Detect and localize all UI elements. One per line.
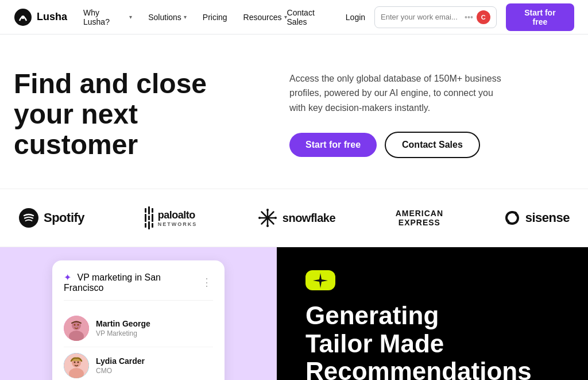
- snowflake-logo: snowflake: [257, 208, 335, 228]
- bottom-section: ✦ VP marketing in San Francisco ⋮: [0, 247, 588, 380]
- email-input-wrap: ••• C: [374, 6, 497, 28]
- svg-point-7: [266, 209, 269, 211]
- hero-left: Find and close your next customer: [14, 69, 255, 160]
- lusha-logo-icon: [14, 8, 32, 26]
- svg-point-14: [74, 324, 76, 325]
- sisense-icon: [504, 209, 521, 227]
- spotify-text: Spotify: [44, 210, 84, 225]
- menu-dots-icon: ⋮: [202, 276, 213, 289]
- sisense-logo: sisense: [504, 209, 570, 227]
- avatar-lydia: [64, 353, 89, 378]
- martin-title: VP Marketing: [96, 329, 150, 337]
- hero-title: Find and close your next customer: [14, 69, 255, 160]
- paloalto-text: paloalto: [158, 209, 195, 221]
- amex-text: AMERICANEXPRESS: [396, 209, 443, 228]
- person-row-lydia[interactable]: Lydia Carder CMO: [64, 347, 213, 380]
- bottom-right-panel: Generating Tailor Made Recommendations: [277, 247, 588, 380]
- bottom-left-panel: ✦ VP marketing in San Francisco ⋮: [0, 247, 277, 380]
- spotify-logo: Spotify: [18, 208, 84, 228]
- nav-pricing[interactable]: Pricing: [203, 13, 227, 22]
- hero-right: Access the only global database of 150M+…: [289, 71, 574, 158]
- paloalto-sub: NETWORKS: [158, 221, 198, 227]
- nav-why-lusha[interactable]: Why Lusha? ▾: [83, 8, 132, 26]
- logo-text: Lusha: [37, 11, 67, 23]
- paloalto-logo: paloalto NETWORKS: [145, 206, 198, 229]
- email-input[interactable]: [381, 13, 461, 21]
- query-label: VP marketing in San Francisco: [64, 272, 161, 293]
- search-query-row: ✦ VP marketing in San Francisco ⋮: [64, 272, 213, 301]
- hero-buttons: Start for free Contact Sales: [289, 132, 574, 158]
- svg-point-15: [78, 324, 79, 325]
- avatar-martin: [64, 316, 89, 341]
- martin-face-icon: [64, 316, 89, 341]
- chevron-down-icon: ▾: [129, 14, 132, 20]
- nav-login[interactable]: Login: [346, 13, 365, 22]
- chevron-down-icon: ▾: [184, 14, 187, 20]
- svg-point-1: [21, 16, 25, 19]
- generating-title: Generating Tailor Made Recommendations: [305, 302, 559, 380]
- hero-section: Find and close your next customer Access…: [0, 34, 588, 189]
- nav-solutions[interactable]: Solutions ▾: [148, 13, 187, 22]
- martin-name: Martin George: [96, 319, 150, 328]
- paloalto-icon: [145, 206, 153, 229]
- sparkle-big-icon: [312, 272, 329, 289]
- start-free-hero-button[interactable]: Start for free: [289, 133, 377, 157]
- lydia-face-icon: [64, 353, 89, 378]
- lydia-info: Lydia Carder CMO: [96, 356, 145, 375]
- amex-logo: AMERICANEXPRESS: [396, 209, 443, 228]
- contact-sales-hero-button[interactable]: Contact Sales: [385, 132, 480, 158]
- lydia-name: Lydia Carder: [96, 356, 145, 366]
- lydia-title: CMO: [96, 367, 145, 375]
- hero-description: Access the only global database of 150M+…: [289, 71, 508, 116]
- navbar: Lusha Why Lusha? ▾ Solutions ▾ Pricing R…: [0, 0, 588, 34]
- svg-point-20: [78, 361, 79, 363]
- svg-point-19: [74, 361, 76, 363]
- nav-right: Contact Sales Login ••• C Start for free: [287, 3, 574, 31]
- nav-left: Lusha Why Lusha? ▾ Solutions ▾ Pricing R…: [14, 8, 287, 26]
- svg-point-9: [258, 217, 261, 219]
- svg-point-10: [274, 217, 277, 219]
- search-card: ✦ VP marketing in San Francisco ⋮: [52, 260, 225, 380]
- snowflake-icon: [257, 208, 278, 228]
- start-free-nav-button[interactable]: Start for free: [506, 3, 574, 31]
- martin-info: Martin George VP Marketing: [96, 319, 150, 337]
- logo[interactable]: Lusha: [14, 8, 67, 26]
- spotify-icon: [18, 208, 39, 228]
- sisense-text: sisense: [525, 210, 570, 225]
- sparkle-icon: ✦: [64, 272, 71, 282]
- svg-point-2: [19, 208, 38, 228]
- svg-point-8: [266, 225, 269, 227]
- user-avatar-badge: C: [477, 10, 490, 24]
- logos-bar: Spotify paloalto NETWORKS: [0, 189, 588, 247]
- nav-contact-sales[interactable]: Contact Sales: [287, 8, 336, 26]
- more-icon: •••: [465, 13, 473, 22]
- search-query-text: ✦ VP marketing in San Francisco: [64, 272, 202, 293]
- nav-resources[interactable]: Resources ▾: [243, 13, 287, 22]
- snowflake-text: snowflake: [283, 212, 335, 225]
- yellow-sparkle-badge: [305, 270, 335, 290]
- person-row-martin[interactable]: Martin George VP Marketing: [64, 310, 213, 347]
